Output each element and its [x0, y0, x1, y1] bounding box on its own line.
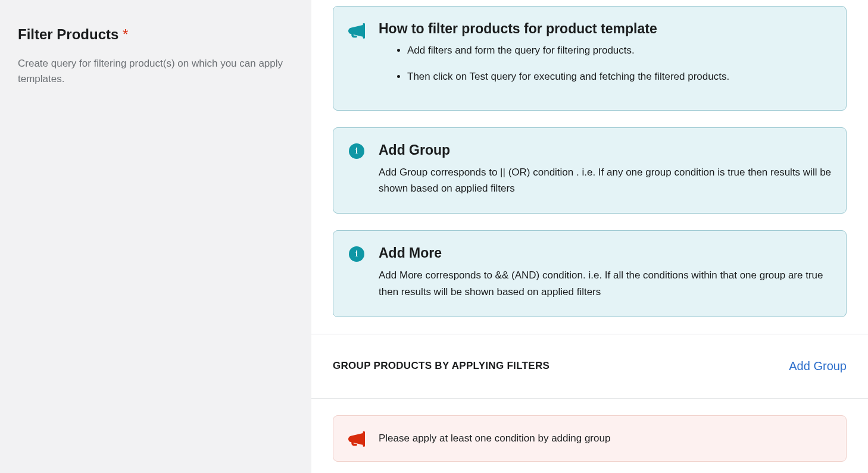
how-to-item: Then click on Test query for executing a… — [407, 69, 832, 84]
add-more-desc: Add More corresponds to && (AND) conditi… — [379, 267, 832, 299]
add-group-desc: Add Group corresponds to || (OR) conditi… — [379, 164, 832, 196]
add-group-title: Add Group — [379, 142, 832, 158]
add-group-button[interactable]: Add Group — [789, 359, 847, 373]
add-more-title: Add More — [379, 245, 832, 261]
how-to-item: Add filters and form the query for filte… — [407, 43, 832, 58]
bullhorn-icon — [348, 21, 366, 39]
add-group-explain-card: i Add Group Add Group corresponds to || … — [333, 127, 847, 214]
info-icon: i — [348, 245, 366, 262]
warning-message: Please apply at least one condition by a… — [379, 433, 610, 444]
how-to-title: How to filter products for product templ… — [379, 21, 832, 37]
how-to-card: How to filter products for product templ… — [333, 6, 847, 111]
sidebar-description: Create query for filtering product(s) on… — [18, 56, 294, 87]
sidebar-title: Filter Products * — [18, 26, 294, 43]
bullhorn-icon — [348, 430, 366, 447]
required-indicator: * — [123, 26, 128, 42]
add-more-explain-card: i Add More Add More corresponds to && (A… — [333, 230, 847, 317]
sidebar-title-text: Filter Products — [18, 26, 118, 42]
warning-card: Please apply at least one condition by a… — [333, 415, 847, 462]
info-icon: i — [348, 142, 366, 159]
filters-section-header: GROUP PRODUCTS BY APPLYING FILTERS Add G… — [333, 334, 847, 398]
main-content: How to filter products for product templ… — [311, 0, 868, 473]
how-to-list: Add filters and form the query for filte… — [379, 43, 832, 84]
sidebar: Filter Products * Create query for filte… — [0, 0, 311, 473]
filters-section-heading: GROUP PRODUCTS BY APPLYING FILTERS — [333, 360, 549, 372]
